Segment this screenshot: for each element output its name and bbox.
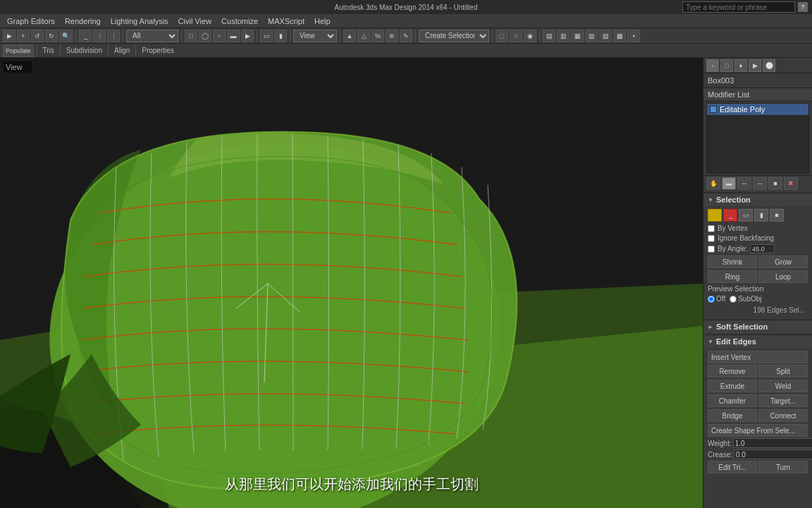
- modifier-list: Editable Poly: [706, 103, 809, 174]
- tb-render2[interactable]: ○: [510, 30, 522, 42]
- tb-render1[interactable]: ◌: [496, 30, 508, 42]
- tb-snap-btn[interactable]: ▲: [343, 30, 356, 42]
- sel-vertex-btn[interactable]: ·: [708, 209, 722, 222]
- tb-window-btn[interactable]: ▭: [260, 30, 273, 42]
- tb-box-btn[interactable]: □: [185, 30, 197, 42]
- search-input[interactable]: [682, 1, 795, 13]
- by-angle-value[interactable]: [750, 244, 775, 253]
- motion-icon[interactable]: ▶: [749, 59, 761, 72]
- shrink-btn[interactable]: Shrink: [708, 255, 757, 268]
- preview-off-radio[interactable]: Off: [708, 295, 725, 303]
- tb-misc6[interactable]: ▩: [613, 30, 626, 42]
- create-sel-dropdown[interactable]: Create Selection: [419, 30, 489, 42]
- help-icon[interactable]: ?: [798, 2, 808, 12]
- crease-input[interactable]: [734, 449, 812, 459]
- tb-percent-btn[interactable]: %: [371, 30, 384, 42]
- remove-split-row: Remove Split: [708, 365, 808, 377]
- connect-btn[interactable]: Connect: [758, 409, 808, 422]
- tb-hierarchy-btn[interactable]: ⎱: [107, 30, 120, 42]
- by-angle-label: By Angle:: [718, 245, 747, 253]
- tb-lasso-btn[interactable]: ▬: [227, 30, 240, 42]
- sel-poly-btn[interactable]: ▮: [754, 209, 768, 222]
- pin-stack-btn[interactable]: ✋: [706, 177, 720, 190]
- grow-btn[interactable]: Grow: [758, 255, 808, 268]
- tb-misc3[interactable]: ▦: [571, 30, 584, 42]
- menu-item-lighting[interactable]: Lighting Analysis: [106, 16, 173, 27]
- selection-status: 198 Edges Sel...: [708, 305, 808, 315]
- utilities-icon[interactable]: ⚪: [763, 59, 775, 72]
- menu-item-grapheditors[interactable]: Graph Editors: [3, 16, 59, 27]
- split-btn[interactable]: Split: [758, 365, 808, 377]
- menu-item-customize[interactable]: Customize: [217, 16, 262, 27]
- tb-tool4[interactable]: 🔍: [59, 30, 73, 42]
- tb-paint-btn[interactable]: ▶: [241, 30, 254, 42]
- selection-section: ▼ Selection · ⎯ ▭ ▮ ■ By Vertex: [703, 193, 812, 318]
- extrude-btn[interactable]: Extrude: [708, 380, 757, 392]
- tb-misc7[interactable]: ▪: [627, 30, 640, 42]
- edit-edges-header[interactable]: ▼ Edit Edges: [703, 335, 812, 348]
- tb-circle-btn[interactable]: ◯: [199, 30, 211, 42]
- tb-misc1[interactable]: ▤: [543, 30, 555, 42]
- display-icon[interactable]: ▫: [706, 59, 719, 72]
- modifier-item-editable-poly[interactable]: Editable Poly: [707, 104, 808, 115]
- edit-tri-btn[interactable]: Edit Tri...: [708, 461, 757, 473]
- panel-icons: ▫ □ ♦ ▶ ⚪: [703, 58, 812, 73]
- target-btn[interactable]: Target...: [758, 394, 808, 407]
- sel-edge-btn[interactable]: ⎯: [723, 209, 737, 222]
- tb-cross-btn[interactable]: ▮: [274, 30, 287, 42]
- view-dropdown[interactable]: View Screen World: [293, 30, 337, 42]
- edit-edges-panel: Insert Vertex Remove Split Extrude Weld …: [703, 348, 812, 478]
- tb2-populate[interactable]: Populate: [3, 44, 34, 57]
- active-color-btn[interactable]: ▬: [722, 177, 736, 190]
- tb-misc5[interactable]: ▨: [599, 30, 612, 42]
- preview-subobj-radio[interactable]: SubObj: [730, 295, 761, 303]
- ring-btn[interactable]: Ring: [708, 270, 757, 283]
- tb-misc2[interactable]: ▥: [557, 30, 570, 42]
- tb-edit-btn[interactable]: ✎: [400, 30, 412, 42]
- remove-btn[interactable]: Remove: [708, 365, 757, 377]
- toolbar2-align: Align: [111, 47, 133, 54]
- modify-icon[interactable]: □: [720, 59, 733, 72]
- title-bar: Autodesk 3ds Max Design 2014 x64 - Untit…: [0, 0, 812, 14]
- tb-spinner-btn[interactable]: ⊛: [386, 30, 398, 42]
- create-shape-btn[interactable]: Create Shape From Sele...: [708, 424, 808, 437]
- crease-label: Crease:: [708, 451, 732, 459]
- weld-btn[interactable]: Weld: [758, 380, 808, 392]
- chamfer-btn[interactable]: Chamfer: [708, 394, 757, 407]
- tb-select-btn[interactable]: ▶: [3, 30, 16, 42]
- make-unique-btn[interactable]: ■: [768, 177, 782, 190]
- tb-redo-btn[interactable]: ↻: [45, 30, 58, 42]
- menu-item-civilview[interactable]: Civil View: [174, 16, 216, 27]
- viewport[interactable]: View 从那里我们可以开始添加我们的手工切割: [0, 58, 703, 508]
- modifier-list-header[interactable]: Modifier List: [703, 88, 812, 102]
- ignore-backfacing-checkbox[interactable]: [708, 235, 715, 242]
- insert-vertex-btn[interactable]: Insert Vertex: [708, 351, 808, 363]
- sel-border-btn[interactable]: ▭: [739, 209, 753, 222]
- tb-move-btn[interactable]: +: [17, 30, 30, 42]
- show-result-btn[interactable]: ─: [737, 177, 751, 190]
- bridge-btn[interactable]: Bridge: [708, 409, 757, 422]
- tb-angle-btn[interactable]: △: [357, 30, 370, 42]
- tb-misc4[interactable]: ▧: [585, 30, 598, 42]
- remove-modifier-btn[interactable]: ✖: [784, 177, 798, 190]
- tb-link-btn[interactable]: ⎯: [79, 30, 92, 42]
- show-end-result-btn[interactable]: ─: [753, 177, 767, 190]
- preview-selection-label: Preview Selection: [708, 285, 763, 293]
- hierarchy-icon[interactable]: ♦: [734, 59, 747, 72]
- menu-item-rendering[interactable]: Rendering: [61, 16, 105, 27]
- loop-btn[interactable]: Loop: [758, 270, 808, 283]
- filter-dropdown[interactable]: All Geometry Shapes: [126, 30, 178, 42]
- menu-item-maxscript[interactable]: MAXScript: [264, 16, 309, 27]
- weight-input[interactable]: [733, 438, 812, 448]
- tb-render3[interactable]: ◉: [524, 30, 536, 42]
- selection-section-header[interactable]: ▼ Selection: [703, 193, 812, 206]
- tb-bind-btn[interactable]: ⎰: [93, 30, 106, 42]
- turn-btn[interactable]: Turn: [758, 461, 808, 473]
- by-vertex-checkbox[interactable]: [708, 225, 715, 232]
- tb-fence-btn[interactable]: ▫: [213, 30, 226, 42]
- sel-element-btn[interactable]: ■: [770, 209, 784, 222]
- menu-item-help[interactable]: Help: [310, 16, 335, 27]
- by-angle-checkbox[interactable]: [708, 246, 715, 253]
- tb-undo-btn[interactable]: ↺: [31, 30, 44, 42]
- soft-selection-header[interactable]: ► Soft Selection: [703, 320, 812, 333]
